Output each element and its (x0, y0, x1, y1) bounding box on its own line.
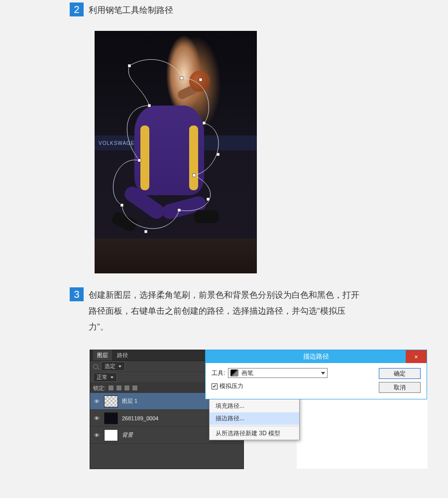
step-3: 3 创建新图层，选择柔角笔刷，前景色和背景色分别设为白色和黑色，打开路径面板，右… (70, 287, 362, 335)
lock-position-icon[interactable] (124, 385, 129, 390)
step-2-text: 利用钢笔工具绘制路径 (89, 2, 173, 18)
visibility-icon[interactable]: 👁 (93, 398, 100, 404)
step-number-badge: 3 (70, 287, 84, 301)
svg-rect-4 (178, 209, 181, 212)
layer-thumbnail (104, 429, 118, 441)
checkbox-icon: ✔ (212, 383, 218, 389)
svg-rect-5 (120, 204, 123, 207)
step-number-badge: 2 (70, 2, 84, 16)
simulate-pressure-label: 模拟压力 (220, 382, 243, 390)
layer-filter-select[interactable]: 选定 (101, 362, 125, 371)
svg-rect-6 (138, 159, 141, 162)
menu-separator (210, 426, 299, 426)
svg-rect-10 (207, 198, 210, 201)
layer-thumbnail (104, 412, 118, 424)
layer-thumbnail (104, 395, 118, 407)
dialog-title: 描边路径 (303, 352, 329, 361)
dialog-titlebar: 描边路径 × (206, 350, 427, 363)
blend-mode-select[interactable]: 正常 (93, 373, 117, 382)
stroke-path-dialog: 描边路径 × 工具: 画笔 ✔ 模拟压力 确定 取消 (205, 350, 427, 399)
tab-layers[interactable]: 图层 (93, 350, 112, 361)
svg-rect-9 (217, 153, 220, 156)
menu-item-stroke-path[interactable]: 描边路径... (210, 412, 299, 425)
step-3-text: 创建新图层，选择柔角笔刷，前景色和背景色分别设为白色和黑色，打开路径面板，右键单… (89, 287, 362, 335)
lock-transparent-icon[interactable] (109, 385, 113, 390)
svg-rect-1 (180, 77, 183, 80)
dialog-close-button[interactable]: × (406, 350, 427, 363)
svg-rect-11 (144, 230, 147, 233)
svg-rect-7 (148, 104, 151, 107)
svg-rect-8 (199, 78, 202, 81)
tool-label: 工具: (212, 369, 225, 377)
step-2: 2 利用钢笔工具绘制路径 (70, 2, 173, 18)
document-background (296, 392, 428, 469)
menu-item-new-3d-from-path[interactable]: 从所选路径新建 3D 模型 (210, 427, 299, 440)
lock-all-icon[interactable] (132, 385, 137, 390)
menu-item-fill-path[interactable]: 填充路径... (210, 400, 299, 412)
visibility-icon[interactable]: 👁 (93, 432, 100, 438)
layer-name: 图层 1 (122, 397, 137, 405)
lock-label: 锁定: (93, 384, 106, 392)
example-image-step2: VOLKSWAGEN VOLKSWAGEN WAGEN (95, 31, 257, 273)
dialog-body: 工具: 画笔 ✔ 模拟压力 确定 取消 (206, 363, 427, 398)
tab-paths[interactable]: 路径 (117, 352, 128, 359)
svg-rect-0 (128, 64, 131, 67)
example-image-step3: 图层 路径 工作路径 图层 路径 选定 正常 不 锁定: (90, 350, 428, 469)
layer-name: 背景 (122, 431, 133, 439)
search-icon (93, 364, 98, 369)
brush-icon (230, 370, 238, 376)
pen-path-overlay (95, 31, 257, 273)
visibility-icon[interactable]: 👁 (93, 415, 100, 421)
ok-button[interactable]: 确定 (379, 368, 421, 379)
cancel-button[interactable]: 取消 (379, 382, 421, 393)
tool-select-value: 画笔 (241, 369, 253, 377)
layer-name: 2681189_0004 (122, 415, 158, 421)
svg-rect-2 (203, 122, 206, 124)
tool-select[interactable]: 画笔 (228, 368, 328, 378)
simulate-pressure-checkbox[interactable]: ✔ 模拟压力 (212, 382, 372, 390)
lock-pixels-icon[interactable] (116, 385, 121, 390)
svg-rect-3 (193, 174, 196, 177)
